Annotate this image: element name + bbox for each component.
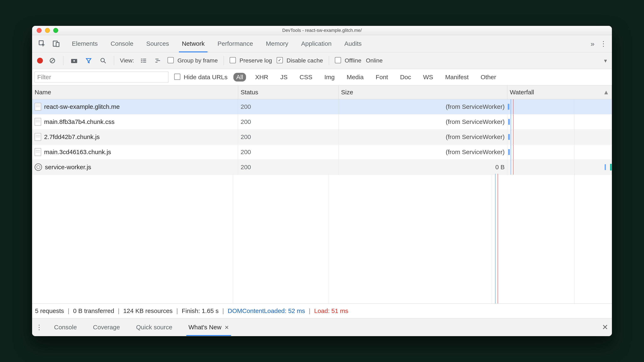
document-icon — [34, 118, 41, 126]
waterfall-cell — [507, 99, 612, 114]
disable-cache-toggle[interactable]: Disable cache — [277, 57, 323, 64]
document-icon — [34, 133, 41, 141]
summary-load: Load: 51 ms — [314, 307, 348, 314]
filter-type-css[interactable]: CSS — [296, 73, 315, 81]
overview-icon[interactable] — [153, 56, 163, 66]
throttling-caret-icon[interactable]: ▾ — [604, 57, 607, 64]
inspect-element-icon[interactable] — [37, 39, 47, 49]
filter-icon[interactable] — [84, 56, 94, 66]
drawer-tab-quick-source[interactable]: Quick source — [135, 319, 173, 336]
device-toolbar-icon[interactable] — [51, 39, 61, 49]
drawer-tab-what-s-new[interactable]: What's New ✕ — [188, 319, 230, 336]
column-status[interactable]: Status — [238, 85, 338, 99]
column-waterfall[interactable]: Waterfall ▲ — [507, 85, 612, 99]
table-row[interactable]: main.3cd46163.chunk.js200(from ServiceWo… — [32, 145, 612, 160]
more-tabs-icon[interactable]: » — [590, 40, 594, 48]
minimize-window-button[interactable] — [45, 28, 50, 33]
capture-screenshots-icon[interactable] — [69, 56, 79, 66]
table-row[interactable]: 2.7fdd42b7.chunk.js200(from ServiceWorke… — [32, 130, 612, 145]
filter-type-doc[interactable]: Doc — [397, 73, 414, 81]
hide-data-urls-toggle[interactable]: Hide data URLs — [174, 74, 228, 81]
panel-tabs: ElementsConsoleSourcesNetworkPerformance… — [32, 35, 612, 52]
tab-memory[interactable]: Memory — [265, 35, 290, 52]
throttling-select[interactable]: Online — [366, 57, 383, 64]
request-name: service-worker.js — [45, 164, 91, 171]
table-row[interactable]: service-worker.js2000 B — [32, 160, 612, 175]
column-name[interactable]: Name — [32, 85, 238, 99]
request-status: 200 — [240, 103, 251, 110]
drawer-tab-coverage[interactable]: Coverage — [92, 319, 121, 336]
svg-point-6 — [73, 60, 75, 62]
filter-type-manifest[interactable]: Manifest — [442, 73, 472, 81]
offline-label: Offline — [345, 57, 361, 64]
filter-type-all[interactable]: All — [233, 73, 246, 81]
summary-domcontentloaded: DOMContentLoaded: 52 ms — [228, 307, 305, 314]
window-title: DevTools - react-sw-example.glitch.me/ — [282, 28, 362, 33]
drawer-tab-console[interactable]: Console — [53, 319, 78, 336]
tab-console[interactable]: Console — [109, 35, 134, 52]
column-waterfall-label: Waterfall — [510, 89, 534, 96]
group-by-frame-label: Group by frame — [178, 57, 218, 64]
filter-bar: Hide data URLs AllXHRJSCSSImgMediaFontDo… — [32, 69, 612, 85]
settings-menu-icon[interactable]: ⋮ — [600, 39, 607, 48]
tab-audits[interactable]: Audits — [343, 35, 363, 52]
filter-type-other[interactable]: Other — [478, 73, 499, 81]
document-icon — [34, 103, 41, 111]
record-button[interactable] — [37, 58, 43, 63]
summary-finish: Finish: 1.65 s — [182, 307, 218, 314]
drawer-menu-icon[interactable]: ⋮ — [36, 323, 42, 331]
table-row[interactable]: main.8fb3a7b4.chunk.css200(from ServiceW… — [32, 114, 612, 130]
filter-type-font[interactable]: Font — [373, 73, 391, 81]
request-size: (from ServiceWorker) — [446, 118, 505, 125]
devtools-window: DevTools - react-sw-example.glitch.me/ E… — [32, 26, 612, 336]
search-icon[interactable] — [98, 56, 108, 66]
table-body: react-sw-example.glitch.me200(from Servi… — [32, 99, 612, 304]
titlebar: DevTools - react-sw-example.glitch.me/ — [32, 26, 612, 35]
filter-type-img[interactable]: Img — [322, 73, 338, 81]
filter-type-js[interactable]: JS — [277, 73, 290, 81]
large-rows-icon[interactable] — [138, 56, 148, 66]
tab-elements[interactable]: Elements — [70, 35, 99, 52]
waterfall-cell — [507, 145, 612, 160]
preserve-log-label: Preserve log — [240, 57, 272, 64]
drawer-close-icon[interactable]: ✕ — [602, 323, 608, 332]
column-size[interactable]: Size — [338, 85, 507, 99]
summary-resources: 124 KB resources — [123, 307, 172, 314]
network-table: Name Status Size Waterfall ▲ react-sw-ex… — [32, 85, 612, 304]
tab-sources[interactable]: Sources — [145, 35, 170, 52]
waterfall-cell — [507, 160, 612, 175]
group-by-frame-toggle[interactable]: Group by frame — [168, 57, 218, 64]
drawer-tab-close-icon[interactable]: ✕ — [224, 324, 229, 331]
network-toolbar: View: Group by frame Preserve log Disabl… — [32, 52, 612, 69]
summary-requests: 5 requests — [35, 307, 64, 314]
request-name: react-sw-example.glitch.me — [44, 103, 120, 110]
waterfall-cell — [507, 114, 612, 129]
filter-type-xhr[interactable]: XHR — [252, 73, 271, 81]
tab-application[interactable]: Application — [300, 35, 333, 52]
offline-toggle[interactable]: Offline — [335, 57, 361, 64]
tab-network[interactable]: Network — [180, 35, 206, 52]
close-window-button[interactable] — [37, 28, 42, 33]
waterfall-end-marker — [610, 164, 612, 171]
tab-performance[interactable]: Performance — [216, 35, 254, 52]
request-size: 0 B — [495, 164, 505, 171]
request-size: (from ServiceWorker) — [446, 149, 505, 156]
document-icon — [34, 148, 41, 156]
svg-line-8 — [104, 61, 106, 63]
svg-line-4 — [51, 59, 54, 62]
request-name: 2.7fdd42b7.chunk.js — [44, 133, 100, 141]
filter-type-ws[interactable]: WS — [420, 73, 436, 81]
request-status: 200 — [240, 118, 251, 125]
table-row[interactable]: react-sw-example.glitch.me200(from Servi… — [32, 99, 612, 114]
filter-type-media[interactable]: Media — [344, 73, 366, 81]
preserve-log-toggle[interactable]: Preserve log — [230, 57, 272, 64]
svg-point-7 — [101, 58, 104, 62]
table-header: Name Status Size Waterfall ▲ — [32, 85, 612, 99]
gear-icon — [34, 164, 42, 171]
waterfall-cell — [507, 130, 612, 144]
zoom-window-button[interactable] — [53, 28, 58, 33]
filter-input[interactable] — [34, 72, 168, 83]
sort-ascending-icon: ▲ — [603, 89, 609, 96]
clear-icon[interactable] — [48, 56, 57, 66]
view-label: View: — [120, 57, 134, 64]
